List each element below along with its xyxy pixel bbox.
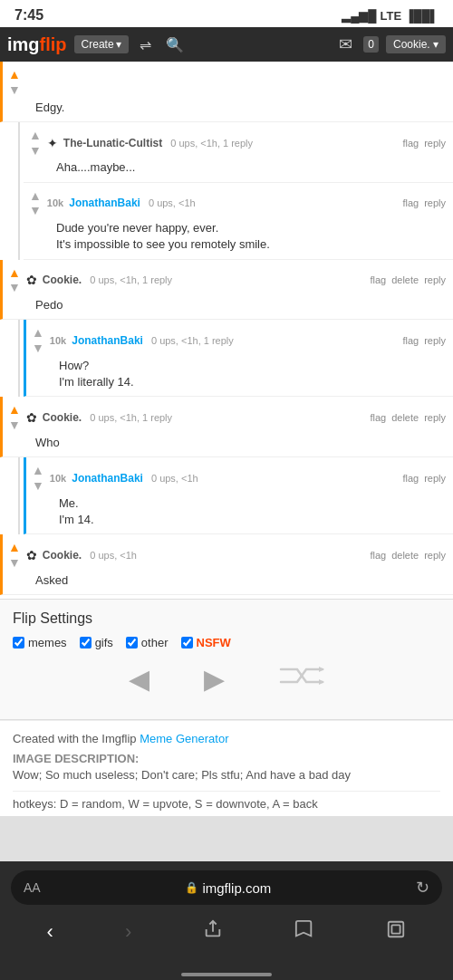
vote-arrows: ▲ ▼ xyxy=(32,463,44,494)
comment-meta: 0 ups, <1h, 1 reply xyxy=(149,335,398,346)
other-checkbox[interactable] xyxy=(126,637,138,649)
vote-up-button[interactable]: ▲ xyxy=(32,325,44,341)
comment-meta: 0 ups, <1h xyxy=(149,473,398,484)
comment-text: Pedo xyxy=(8,297,446,313)
bottom-bar xyxy=(0,961,453,980)
mail-icon[interactable]: ✉ xyxy=(335,33,356,56)
username-prefix: 10k xyxy=(50,473,66,484)
vote-up-button[interactable]: ▲ xyxy=(29,128,42,143)
vote-down-button[interactable]: ▼ xyxy=(8,555,21,571)
flag-action[interactable]: flag xyxy=(370,550,386,561)
vote-up-button[interactable]: ▲ xyxy=(32,463,44,478)
reply-action[interactable]: reply xyxy=(424,335,446,346)
comment-text: Who xyxy=(8,435,446,451)
reply-action[interactable]: reply xyxy=(424,473,446,484)
vote-down-button[interactable]: ▼ xyxy=(8,82,21,98)
reply-action[interactable]: reply xyxy=(424,274,446,285)
vote-down-button[interactable]: ▼ xyxy=(32,478,44,494)
flip-settings: Flip Settings memes gifs other NSFW ◀ ▶ xyxy=(0,599,453,720)
aa-button[interactable]: AA xyxy=(24,880,41,895)
vote-up-button[interactable]: ▲ xyxy=(8,67,21,82)
flip-settings-title: Flip Settings xyxy=(13,610,440,627)
username: JonathanBaki xyxy=(69,197,140,209)
vote-down-button[interactable]: ▼ xyxy=(29,143,42,159)
nav-bar: imgflip Create ▾ ⇌ 🔍 ✉ 0 Cookie. ▾ xyxy=(0,27,453,62)
comment-block: ▲ ▼ Edgy. xyxy=(0,62,453,122)
browser-nav: ‹ › xyxy=(11,905,442,952)
username: Cookie. xyxy=(43,274,82,286)
vote-up-button[interactable]: ▲ xyxy=(8,540,21,555)
flag-action[interactable]: flag xyxy=(402,335,419,346)
svg-rect-3 xyxy=(389,922,404,937)
comment-actions: flag reply xyxy=(402,197,446,208)
status-right: ▂▄▆█ LTE ▐██▌ xyxy=(342,9,439,23)
gifs-checkbox[interactable] xyxy=(80,637,92,649)
comment-indent: ▲ ▼ 10k JonathanBaki 0 ups, <1h flag rep… xyxy=(18,457,453,534)
refresh-button[interactable]: ↻ xyxy=(416,878,429,898)
bookmarks-button[interactable] xyxy=(285,916,323,948)
gifs-checkbox-label[interactable]: gifs xyxy=(80,636,113,649)
memes-checkbox-label[interactable]: memes xyxy=(13,636,67,649)
vote-up-button[interactable]: ▲ xyxy=(8,265,21,281)
reply-action[interactable]: reply xyxy=(424,550,446,561)
comment-meta: 0 ups, <1h, 1 reply xyxy=(87,274,364,285)
hotkeys-text: hotkeys: D = random, W = upvote, S = dow… xyxy=(13,791,440,811)
search-icon[interactable]: 🔍 xyxy=(162,34,188,55)
vote-up-button[interactable]: ▲ xyxy=(29,188,42,204)
svg-marker-1 xyxy=(319,679,324,685)
comment-actions: flag reply xyxy=(402,335,446,346)
comment-actions: flag delete reply xyxy=(370,412,446,423)
create-button[interactable]: Create ▾ xyxy=(74,35,129,53)
comment-indent: ▲ ▼ 10k JonathanBaki 0 ups, <1h, 1 reply… xyxy=(18,320,453,397)
status-time: 7:45 xyxy=(14,7,43,24)
nsfw-checkbox[interactable] xyxy=(181,637,193,649)
comment-block: ▲ ▼ ✦ The-Lunatic-Cultist 0 ups, <1h, 1 … xyxy=(24,122,453,183)
flag-action[interactable]: flag xyxy=(402,138,419,149)
comment-text: How?I'm literally 14. xyxy=(32,358,446,390)
delete-action[interactable]: delete xyxy=(391,274,419,285)
flag-action[interactable]: flag xyxy=(402,197,419,208)
username: Cookie. xyxy=(43,549,82,562)
other-checkbox-label[interactable]: other xyxy=(126,636,169,649)
share-button[interactable] xyxy=(194,916,232,948)
vote-down-button[interactable]: ▼ xyxy=(8,280,21,295)
forward-button[interactable]: › xyxy=(116,917,140,947)
lock-icon: 🔒 xyxy=(185,881,198,894)
reply-action[interactable]: reply xyxy=(424,412,446,423)
back-button[interactable]: ‹ xyxy=(38,917,63,947)
user-icon: ✿ xyxy=(26,273,37,287)
comment-block: ▲ ▼ ✿ Cookie. 0 ups, <1h, 1 reply flag d… xyxy=(0,397,453,457)
vote-up-button[interactable]: ▲ xyxy=(8,402,21,418)
prev-button[interactable]: ◀ xyxy=(129,663,149,695)
vote-arrows: ▲ ▼ xyxy=(8,402,21,433)
url-bar: AA 🔒 imgflip.com ↻ xyxy=(11,870,442,905)
share-icon xyxy=(203,919,223,939)
flag-action[interactable]: flag xyxy=(402,473,419,484)
delete-action[interactable]: delete xyxy=(391,412,419,423)
vote-down-button[interactable]: ▼ xyxy=(32,341,44,356)
nav-arrows: ◀ ▶ xyxy=(13,649,440,708)
comment-block: ▲ ▼ 10k JonathanBaki 0 ups, <1h flag rep… xyxy=(24,183,453,260)
tabs-button[interactable] xyxy=(377,916,415,948)
shuffle-button[interactable] xyxy=(279,662,324,696)
reply-action[interactable]: reply xyxy=(424,138,446,149)
nsfw-checkbox-label[interactable]: NSFW xyxy=(181,636,231,649)
user-icon: ✿ xyxy=(26,548,37,562)
flag-action[interactable]: flag xyxy=(370,274,386,285)
comment-meta: 0 ups, <1h xyxy=(87,550,364,561)
comments-area: ▲ ▼ Edgy. ▲ ▼ ✦ The-Lunatic-Cultist 0 up… xyxy=(0,62,453,595)
memes-checkbox[interactable] xyxy=(13,637,24,649)
comment-header: ▲ ▼ 10k JonathanBaki 0 ups, <1h flag rep… xyxy=(29,188,446,219)
next-button[interactable]: ▶ xyxy=(204,663,225,695)
comment-header: ▲ ▼ ✿ Cookie. 0 ups, <1h flag delete rep… xyxy=(8,540,446,571)
chevron-down-icon: ▾ xyxy=(116,38,121,51)
shuffle-icon[interactable]: ⇌ xyxy=(136,34,155,55)
checkboxes: memes gifs other NSFW xyxy=(13,636,440,649)
meme-generator-link[interactable]: Meme Generator xyxy=(140,732,228,745)
vote-down-button[interactable]: ▼ xyxy=(29,203,42,218)
flag-action[interactable]: flag xyxy=(370,412,386,423)
vote-down-button[interactable]: ▼ xyxy=(8,418,21,433)
user-menu-button[interactable]: Cookie. ▾ xyxy=(386,35,446,53)
reply-action[interactable]: reply xyxy=(424,197,446,208)
delete-action[interactable]: delete xyxy=(391,550,419,561)
